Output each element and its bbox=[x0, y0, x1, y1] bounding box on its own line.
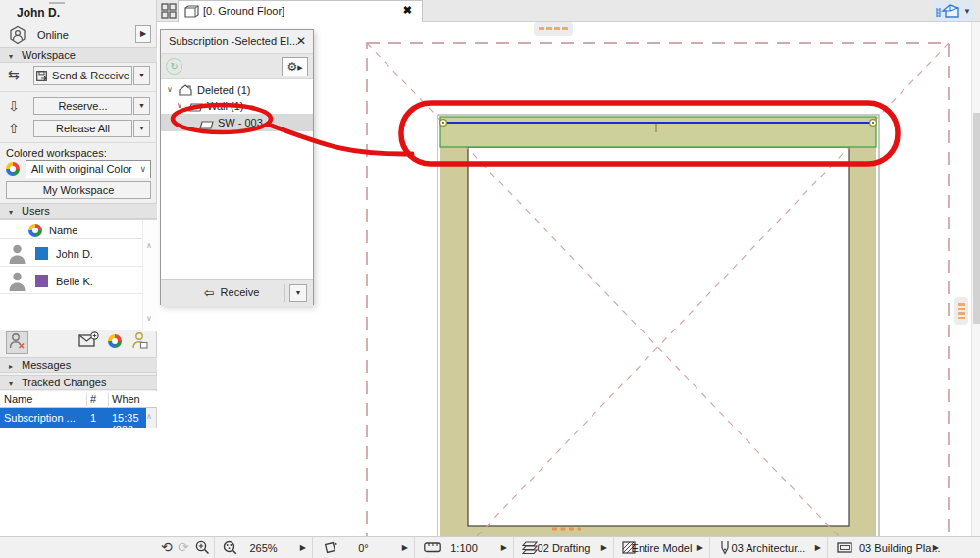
messages-section-header[interactable]: ▸Messages bbox=[0, 357, 157, 373]
tree-expander-icon[interactable]: ∨ bbox=[167, 82, 173, 98]
palette-title: Subscription -Selected El... bbox=[169, 35, 298, 47]
tree-label: SW - 003 bbox=[218, 114, 263, 131]
tracked-change-marker-right[interactable] bbox=[954, 297, 968, 325]
tree-item-wall[interactable]: ∨ Wall (1) bbox=[161, 98, 313, 114]
flyout-arrow-icon[interactable]: ▶ bbox=[933, 543, 939, 552]
user-workspace-icon[interactable] bbox=[129, 331, 151, 354]
column-name: Name bbox=[4, 393, 32, 405]
tab-close-icon[interactable]: ✖ bbox=[403, 4, 412, 17]
flyout-arrow-icon[interactable]: ▶ bbox=[402, 543, 408, 552]
canvas-vertical-scrollbar[interactable] bbox=[971, 22, 980, 536]
send-save-icon bbox=[36, 72, 48, 83]
hide-user-button[interactable] bbox=[6, 331, 28, 354]
scroll-up-icon[interactable]: ∧ bbox=[146, 412, 152, 421]
nav-forward-icon[interactable]: ⟳ bbox=[178, 539, 189, 555]
swap-arrows-icon: ⇆ bbox=[8, 67, 20, 82]
online-status-label: Online bbox=[37, 29, 69, 41]
favorite-value: 03 Building Pla... bbox=[859, 542, 941, 554]
tracked-changes-list: ∧ bbox=[0, 428, 157, 536]
users-scrollbar[interactable]: ∧ ∨ bbox=[142, 220, 157, 331]
user-name: Belle K. bbox=[56, 276, 93, 287]
layer-control[interactable]: 02 Drafting ▶ bbox=[513, 537, 613, 558]
user-avatar-icon bbox=[8, 25, 27, 47]
users-list-header[interactable]: Name bbox=[0, 222, 142, 239]
workspace-section-header[interactable]: ▾Workspace bbox=[0, 47, 157, 63]
users-list: Name John D. Belle K. ∧ ∨ bbox=[0, 219, 157, 330]
colored-workspaces-label: Colored workspaces: bbox=[6, 147, 107, 159]
left-arrow-icon: ⇦ bbox=[204, 285, 215, 300]
tracked-change-row[interactable]: Subscription ... 1 15:35 (202... bbox=[0, 408, 146, 428]
release-all-dropdown[interactable]: ▼ bbox=[133, 120, 150, 137]
favorite-control[interactable]: 03 Building Pla... ▶ bbox=[827, 537, 980, 558]
view-nav-group: ⟲ ⟳ bbox=[157, 537, 214, 558]
flyout-arrow-icon[interactable]: ▶ bbox=[697, 543, 703, 552]
colored-workspace-icon[interactable] bbox=[103, 331, 126, 354]
model-filter-control[interactable]: Entire Model ▶ bbox=[613, 537, 709, 558]
release-all-button[interactable]: Release All bbox=[33, 120, 132, 137]
reserve-down-arrow-icon: ⇩ bbox=[8, 98, 20, 114]
flyout-arrow-icon[interactable]: ▶ bbox=[815, 543, 821, 552]
tree-label: Deleted (1) bbox=[197, 82, 250, 98]
change-count: 1 bbox=[90, 412, 96, 424]
palette-tree: ∨ Deleted (1) ∨ Wall (1) SW - 003 bbox=[161, 79, 313, 279]
subscription-palette[interactable]: Subscription -Selected El... ✕ ↻ ⚙▶ ∨ De… bbox=[160, 29, 314, 305]
chevron-down-icon[interactable]: ▼ bbox=[963, 7, 971, 16]
palette-toolbar: ↻ ⚙▶ bbox=[161, 53, 313, 79]
users-toolbar bbox=[0, 330, 157, 356]
user-row-belle[interactable]: Belle K. bbox=[0, 268, 142, 294]
panel-grip[interactable] bbox=[49, 2, 65, 4]
person-icon bbox=[8, 243, 26, 266]
tree-item-deleted[interactable]: ∨ Deleted (1) bbox=[161, 82, 313, 98]
tracked-changes-table-header[interactable]: Name # When bbox=[0, 391, 157, 408]
settings-button[interactable]: ⚙▶ bbox=[282, 57, 308, 76]
status-bar: ⟲ ⟳ 265% ▶ 0° ▶ 1:100 ▶ 02 Drafting ▶ En… bbox=[0, 536, 980, 558]
release-up-arrow-icon: ⇧ bbox=[8, 121, 20, 136]
send-receive-dropdown[interactable]: ▼ bbox=[133, 66, 150, 85]
color-mode-select[interactable]: All with original Color∨ bbox=[26, 160, 151, 178]
user-color-swatch bbox=[35, 275, 48, 287]
scroll-down-icon[interactable]: ∨ bbox=[146, 314, 152, 323]
archicad-window: John D. Online ▶ ▾Workspace ⇆ Send & Rec… bbox=[0, 0, 980, 558]
reserve-button[interactable]: Reserve... bbox=[33, 97, 132, 115]
tree-expander-icon[interactable]: ∨ bbox=[177, 98, 182, 114]
palette-title-bar[interactable]: Subscription -Selected El... ✕ bbox=[161, 30, 313, 53]
receive-dropdown[interactable]: ▼ bbox=[289, 284, 307, 302]
tracked-changes-section-header[interactable]: ▾Tracked Changes bbox=[0, 375, 157, 390]
send-receive-button[interactable]: Send & Receive bbox=[33, 66, 132, 85]
my-workspace-button[interactable]: My Workspace bbox=[6, 181, 151, 199]
tab-ground-floor[interactable]: [0. Ground Floor] ✖ bbox=[178, 0, 423, 22]
zoom-in-icon[interactable] bbox=[195, 540, 210, 557]
tree-item-sw-003[interactable]: SW - 003 bbox=[161, 114, 313, 131]
pen-set-control[interactable]: 03 Architectur... ▶ bbox=[709, 537, 827, 558]
tracked-change-marker-top[interactable] bbox=[534, 22, 573, 36]
rotation-control[interactable]: 0° ▶ bbox=[312, 537, 414, 558]
chevron-down-icon: ▾ bbox=[9, 52, 13, 61]
scrollbar-thumb[interactable] bbox=[973, 113, 980, 324]
tab-overview-icon[interactable] bbox=[161, 3, 177, 21]
reserve-dropdown[interactable]: ▼ bbox=[133, 97, 150, 115]
flyout-arrow-icon[interactable]: ▶ bbox=[501, 543, 507, 552]
online-flyout-button[interactable]: ▶ bbox=[135, 25, 151, 43]
rotation-value: 0° bbox=[313, 542, 414, 554]
receive-button[interactable]: ⇦Receive bbox=[175, 283, 288, 303]
reserve-row: ⇩ Reserve... ▼ bbox=[0, 97, 157, 117]
zoom-value: 265% bbox=[215, 542, 312, 554]
flyout-arrow-icon[interactable]: ▶ bbox=[300, 543, 306, 552]
flyout-arrow-icon[interactable]: ▶ bbox=[601, 543, 607, 552]
zoom-control[interactable]: 265% ▶ bbox=[214, 537, 312, 558]
send-message-icon[interactable] bbox=[77, 331, 100, 354]
pen-set-value: 03 Architectur... bbox=[710, 542, 827, 554]
scroll-up-icon[interactable]: ∧ bbox=[146, 241, 152, 250]
floor-plan-icon bbox=[184, 5, 199, 20]
refresh-icon[interactable]: ↻ bbox=[166, 58, 182, 75]
nav-back-icon[interactable]: ⟲ bbox=[161, 539, 173, 555]
3d-view-button[interactable]: ▼ bbox=[933, 1, 974, 21]
change-name: Subscription ... bbox=[4, 412, 76, 424]
plan-rectangle-icon[interactable] bbox=[837, 542, 852, 555]
color-wheel-icon bbox=[6, 162, 20, 176]
close-icon[interactable]: ✕ bbox=[296, 34, 306, 48]
scale-control[interactable]: 1:100 ▶ bbox=[414, 537, 513, 558]
users-section-header[interactable]: ▾Users bbox=[0, 203, 157, 219]
tab-title: [0. Ground Floor] bbox=[203, 5, 284, 17]
user-row-john[interactable]: John D. bbox=[0, 240, 142, 267]
